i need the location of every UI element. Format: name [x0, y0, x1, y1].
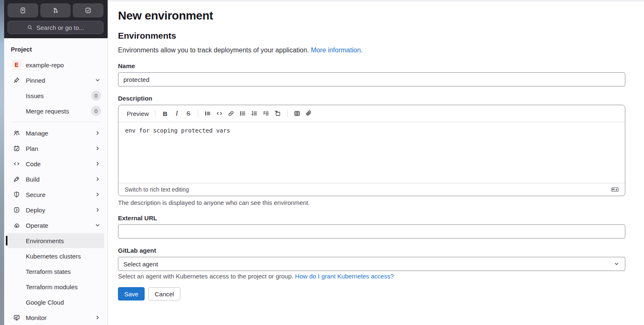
name-label: Name — [118, 62, 625, 69]
toolbar-separator — [155, 110, 155, 117]
code-button[interactable] — [214, 108, 225, 119]
sidebar-item-merge-requests[interactable]: Merge requests 0 — [7, 103, 104, 118]
table-icon — [294, 110, 300, 117]
search-icon — [27, 24, 33, 31]
chevron-right-icon — [94, 314, 101, 321]
chevron-right-icon — [94, 130, 101, 136]
search-placeholder: Search or go to... — [36, 24, 84, 31]
project-name: example-repo — [26, 62, 64, 69]
sidebar-item-terraform-states[interactable]: Terraform states — [7, 264, 104, 279]
secure-label: Secure — [26, 191, 46, 198]
chevron-down-icon — [613, 261, 620, 267]
sidebar-item-secure[interactable]: Secure — [7, 187, 104, 202]
sidebar-item-project[interactable]: E example-repo — [7, 57, 104, 72]
google-cloud-label: Google Cloud — [26, 299, 64, 306]
preview-button[interactable]: Preview — [124, 108, 151, 119]
switch-rich-text-button[interactable]: Switch to rich text editing — [125, 186, 189, 193]
main-content: New environment Environments Environment… — [108, 0, 644, 325]
code-icon — [216, 110, 223, 117]
collapsible-section-button[interactable] — [272, 108, 283, 119]
sidebar-item-deploy[interactable]: Deploy — [7, 202, 104, 217]
merge-requests-shortcut-button[interactable] — [40, 3, 71, 17]
attachment-icon — [305, 110, 312, 117]
project-avatar: E — [12, 60, 22, 70]
terraform-modules-label: Terraform modules — [26, 283, 78, 291]
sidebar-item-terraform-modules[interactable]: Terraform modules — [7, 279, 104, 294]
strikethrough-button[interactable]: S — [182, 108, 194, 119]
chevron-down-icon — [94, 77, 101, 84]
chevron-right-icon — [94, 176, 101, 182]
environments-heading: Environments — [118, 31, 625, 41]
attachment-button[interactable] — [303, 108, 315, 119]
task-list-icon — [263, 110, 269, 117]
agent-select[interactable]: Select agent — [118, 257, 625, 271]
description-editor: Preview B I S — [118, 105, 625, 196]
link-button[interactable] — [225, 108, 237, 119]
build-label: Build — [26, 176, 39, 183]
italic-button[interactable]: I — [171, 108, 182, 119]
monitor-label: Monitor — [26, 314, 47, 321]
table-button[interactable] — [291, 108, 303, 119]
markdown-icon — [611, 186, 619, 193]
issues-shortcut-button[interactable] — [7, 3, 38, 17]
sidebar-nav: Project E example-repo Pinned Issues 0 M… — [4, 38, 108, 325]
search-input[interactable]: Search or go to... — [7, 21, 103, 34]
sidebar: Search or go to... Project E example-rep… — [4, 0, 108, 325]
calendar-icon — [13, 145, 20, 152]
more-information-link[interactable]: More information. — [311, 47, 363, 54]
intro-text: Environments allow you to track deployme… — [118, 47, 625, 54]
intro-text-body: Environments allow you to track deployme… — [118, 47, 311, 54]
issues-count-badge: 0 — [91, 91, 101, 101]
agent-helper-text: Select an agent with Kubernetes access t… — [118, 273, 295, 280]
sidebar-item-operate[interactable]: Operate — [7, 218, 104, 233]
users-icon — [13, 130, 20, 136]
quote-button[interactable] — [202, 108, 214, 119]
sidebar-item-monitor[interactable]: Monitor — [7, 310, 104, 325]
chevron-down-icon — [94, 222, 101, 229]
todo-icon — [85, 7, 91, 14]
bold-button[interactable]: B — [159, 108, 171, 119]
todo-shortcut-button[interactable] — [73, 3, 103, 17]
numbered-list-button[interactable] — [248, 108, 260, 119]
description-label: Description — [118, 95, 625, 102]
merge-request-icon — [52, 7, 59, 14]
sidebar-item-plan[interactable]: Plan — [7, 141, 104, 156]
page-title: New environment — [118, 9, 625, 22]
sidebar-item-google-cloud[interactable]: Google Cloud — [7, 295, 104, 310]
sidebar-item-manage[interactable]: Manage — [7, 126, 104, 140]
sidebar-section-label: Project — [4, 41, 108, 57]
issues-label: Issues — [26, 92, 44, 99]
shield-icon — [13, 191, 20, 198]
sidebar-item-kubernetes-clusters[interactable]: Kubernetes clusters — [7, 249, 104, 263]
sidebar-item-code[interactable]: Code — [7, 156, 104, 171]
sidebar-divider — [11, 122, 101, 122]
sidebar-item-pinned[interactable]: Pinned — [7, 73, 104, 88]
pin-icon — [13, 77, 20, 84]
task-list-button[interactable] — [260, 108, 272, 119]
bullet-list-button[interactable] — [237, 108, 248, 119]
manage-label: Manage — [26, 130, 48, 137]
plan-label: Plan — [26, 145, 38, 152]
external-url-input[interactable] — [118, 224, 625, 239]
toolbar-separator — [198, 110, 198, 117]
sidebar-item-environments[interactable]: Environments — [7, 233, 104, 248]
operate-label: Operate — [26, 222, 48, 229]
name-input[interactable] — [118, 72, 625, 86]
link-icon — [228, 110, 234, 117]
desktop-edge-strip — [0, 0, 4, 325]
cancel-button[interactable]: Cancel — [148, 287, 180, 300]
deploy-icon — [13, 207, 20, 213]
agent-helper: Select an agent with Kubernetes access t… — [118, 273, 625, 280]
sidebar-item-issues[interactable]: Issues 0 — [7, 88, 104, 103]
kubernetes-access-link[interactable]: How do I grant Kubernetes access? — [295, 273, 394, 280]
description-textarea[interactable]: env for scoping protected vars — [118, 122, 625, 183]
save-button[interactable]: Save — [118, 287, 145, 300]
external-url-label: External URL — [118, 214, 625, 222]
quote-icon — [204, 110, 211, 117]
sidebar-item-build[interactable]: Build — [7, 172, 104, 187]
pinned-label: Pinned — [26, 77, 45, 84]
agent-select-value: Select agent — [123, 261, 158, 268]
code-label: Code — [26, 160, 41, 167]
chevron-right-icon — [94, 145, 101, 152]
collapsible-section-icon — [274, 110, 281, 117]
